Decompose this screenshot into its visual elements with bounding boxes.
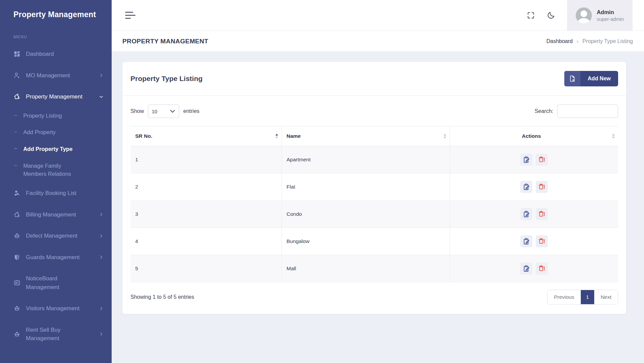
edit-button[interactable] [520,154,532,166]
user-menu[interactable]: Admin super-admin [567,0,633,31]
chevron-right-icon [99,73,104,78]
chevron-down-icon [99,94,104,99]
topbar: Admin super-admin [112,0,644,31]
search-input[interactable] [557,105,618,118]
main-area: Admin super-admin PROPERTY MANAGEMENT Da… [112,0,644,363]
sidebar-item-rent-sell-buy-management[interactable]: Rent Sell Buy Management [0,319,112,349]
breadcrumb: Dashboard › Property Type Listing [546,38,633,44]
edit-button[interactable] [520,208,532,220]
pagination: Previous 1 Next [547,290,618,305]
page-header: PROPERTY MANAGEMENT Dashboard › Property… [112,31,644,52]
add-new-button[interactable]: Add New [564,71,618,86]
page-size-select[interactable]: 10 [148,105,179,118]
sidebar-item-mo-management[interactable]: MO Management [0,65,112,86]
sidebar-item-noticeboard-management[interactable]: NoticeBoard Management [0,268,112,298]
show-label: Show [130,108,144,114]
sidebar-item-defect-management[interactable]: Defect Management [0,225,112,247]
delete-icon [538,183,545,191]
edit-icon [523,265,530,272]
actions-cell [450,173,618,201]
user-name: Admin [597,9,624,15]
name-cell: Flat [282,173,450,201]
column-header-sr-no[interactable]: SR No. [130,126,282,146]
shield-icon [13,254,21,261]
breadcrumb-current: Property Type Listing [582,38,633,44]
user-wrench-icon [13,190,21,197]
edit-icon [523,210,530,218]
dash-icon: – [14,162,17,178]
delete-button[interactable] [536,208,548,220]
edit-icon [523,183,530,191]
name-cell: Condo [282,201,450,228]
chevron-right-icon [99,332,104,336]
chevron-right-icon [99,212,104,217]
chevron-right-icon [99,234,104,238]
edit-button[interactable] [520,181,532,193]
sidebar-item-billing-management[interactable]: Billing Management [0,204,112,226]
edit-button[interactable] [520,263,532,275]
sidebar-item-label: Billing Management [26,210,76,219]
previous-page-button[interactable]: Previous [547,290,580,304]
delete-icon [538,265,545,272]
sr-cell: 3 [130,201,282,228]
hamburger-icon[interactable] [125,12,136,19]
actions-cell [450,255,618,282]
actions-cell [450,201,618,228]
sidebar-subitem-add-property[interactable]: – Add Property [0,124,112,141]
search-control: Search: [535,105,618,118]
sidebar-subitem-add-property-type[interactable]: – Add Property Type [0,141,112,158]
chevron-right-icon [99,255,104,259]
house-plus-icon [13,93,21,100]
sidebar-item-label: Visitors Management [26,304,79,313]
delete-icon [538,156,545,163]
column-header-name[interactable]: Name [282,126,450,146]
edit-icon [523,156,530,163]
next-page-button[interactable]: Next [594,290,618,304]
column-header-actions[interactable]: Actions [450,126,618,146]
table-wrap: SR No. Name Actions [122,126,626,282]
bug-icon [13,232,21,239]
actions-cell [450,228,618,255]
page-number-button[interactable]: 1 [581,290,595,304]
delete-button[interactable] [536,181,548,193]
sidebar-item-guards-management[interactable]: Guards Management [0,247,112,268]
house-plus-icon [13,211,21,218]
sidebar-item-visitors-management[interactable]: Visitors Management [0,298,112,319]
breadcrumb-dashboard-link[interactable]: Dashboard [546,38,573,44]
sidebar-item-label: Guards Management [26,253,80,262]
fullscreen-icon[interactable] [527,11,535,20]
dash-icon: – [14,112,17,120]
delete-button[interactable] [536,154,548,166]
file-plus-icon [564,71,580,86]
sr-cell: 2 [130,173,282,201]
table-summary: Showing 1 to 5 of 5 entries [130,294,194,300]
user-star-icon [13,72,21,79]
sidebar-item-property-management[interactable]: Property Management [0,86,112,108]
entries-label: entries [183,108,199,114]
brand-title: Property Management [0,0,112,19]
card-header: Property Type Listing Add New [122,62,626,96]
sidebar-item-label: Defect Management [26,232,77,240]
sidebar-item-dashboard[interactable]: Dashboard [0,43,112,65]
edit-button[interactable] [520,235,532,247]
sr-cell: 5 [130,255,282,282]
delete-button[interactable] [536,263,548,275]
table-row: 5 Mall [130,255,618,282]
sidebar-subitem-manage-family-members-relations[interactable]: – Manage Family Members Relations [0,158,112,183]
add-new-label: Add New [580,71,618,86]
user-role: super-admin [597,16,624,22]
chevron-right-icon [99,306,104,311]
board-icon [13,279,21,286]
actions-cell [450,146,618,173]
dashboard-icon [13,50,21,57]
sort-icon [444,134,446,139]
bug-icon [13,305,21,312]
delete-button[interactable] [536,235,548,247]
sidebar-subitem-property-listing[interactable]: – Property Listing [0,108,112,124]
card-title: Property Type Listing [130,75,202,83]
name-cell: Mall [282,255,450,282]
sidebar-item-facility-booking-list[interactable]: Facility Booking List [0,183,112,204]
sidebar-item-label: Dashboard [26,50,54,58]
breadcrumb-separator-icon: › [577,38,578,44]
moon-icon[interactable] [547,11,556,20]
